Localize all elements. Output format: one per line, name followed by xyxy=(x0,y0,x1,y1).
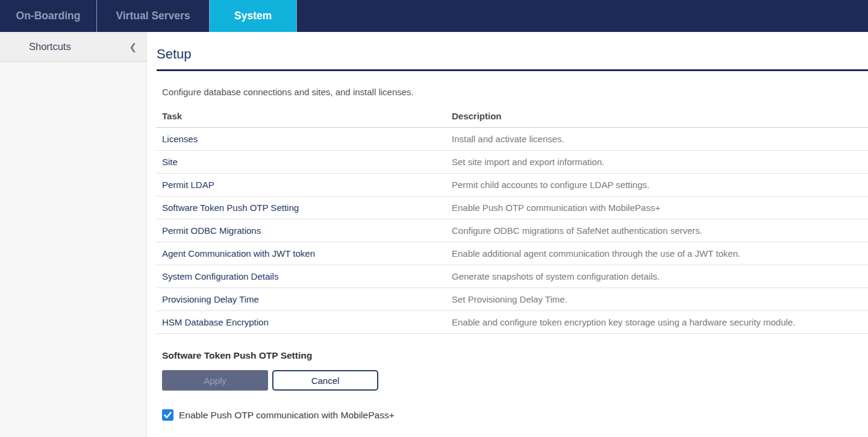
task-link-system-configuration-details[interactable]: System Configuration Details xyxy=(162,271,278,281)
table-row: HSM Database Encryption Enable and confi… xyxy=(157,311,868,334)
setup-task-table: Task Description Licenses Install and ac… xyxy=(157,104,868,334)
table-row: Licenses Install and activate licenses. xyxy=(157,128,868,151)
tab-on-boarding[interactable]: On-Boarding xyxy=(0,0,97,32)
push-otp-checkbox[interactable] xyxy=(162,409,173,421)
task-description: Permit child accounts to configure LDAP … xyxy=(446,174,868,196)
top-nav: On-Boarding Virtual Servers System xyxy=(0,0,868,32)
section-heading: Software Token Push OTP Setting xyxy=(162,350,868,361)
cancel-button[interactable]: Cancel xyxy=(272,370,378,391)
task-description: Enable Push OTP communication with Mobil… xyxy=(446,196,868,219)
column-header-description: Description xyxy=(446,104,868,128)
task-description: Enable and configure token encryption ke… xyxy=(446,311,868,334)
task-link-agent-communication-jwt[interactable]: Agent Communication with JWT token xyxy=(162,248,315,259)
task-description: Generate snapshots of system configurati… xyxy=(446,265,868,288)
button-row: Apply Cancel xyxy=(162,370,868,391)
push-otp-checkbox-row: Enable Push OTP communication with Mobil… xyxy=(162,409,868,421)
table-row: Provisioning Delay Time Set Provisioning… xyxy=(157,288,868,311)
tab-virtual-servers[interactable]: Virtual Servers xyxy=(97,0,210,32)
task-link-provisioning-delay-time[interactable]: Provisioning Delay Time xyxy=(162,294,259,304)
task-link-licenses[interactable]: Licenses xyxy=(162,134,198,144)
task-description: Install and activate licenses. xyxy=(446,128,868,151)
task-description: Configure ODBC migrations of SafeNet aut… xyxy=(446,219,868,242)
table-row: Site Set site import and export informat… xyxy=(157,151,868,174)
sidebar-title: Shortcuts xyxy=(29,41,71,52)
task-description: Set Provisioning Delay Time. xyxy=(446,288,868,311)
apply-button[interactable]: Apply xyxy=(162,370,268,391)
page-description: Configure database connections and sites… xyxy=(162,87,868,97)
tab-system[interactable]: System xyxy=(210,0,297,32)
check-icon xyxy=(164,411,172,419)
task-link-permit-ldap[interactable]: Permit LDAP xyxy=(162,180,214,190)
table-row: Permit ODBC Migrations Configure ODBC mi… xyxy=(157,219,868,242)
page-title: Setup xyxy=(157,46,868,71)
task-description: Set site import and export information. xyxy=(446,151,868,174)
sidebar-collapse-icon[interactable]: ❮ xyxy=(129,42,137,51)
task-link-permit-odbc-migrations[interactable]: Permit ODBC Migrations xyxy=(162,225,261,236)
table-header-row: Task Description xyxy=(157,104,868,128)
main-content: Setup Configure database connections and… xyxy=(147,32,868,437)
sidebar-header: Shortcuts ❮ xyxy=(0,32,146,62)
task-link-software-token-push-otp-setting[interactable]: Software Token Push OTP Setting xyxy=(162,203,299,213)
table-row: Permit LDAP Permit child accounts to con… xyxy=(157,174,868,196)
push-otp-checkbox-label[interactable]: Enable Push OTP communication with Mobil… xyxy=(179,410,395,421)
table-row: Software Token Push OTP Setting Enable P… xyxy=(157,196,868,219)
task-link-site[interactable]: Site xyxy=(162,157,178,167)
table-row: System Configuration Details Generate sn… xyxy=(157,265,868,288)
task-description: Enable additional agent communication th… xyxy=(446,242,868,265)
sidebar: Shortcuts ❮ xyxy=(0,32,147,437)
column-header-task: Task xyxy=(157,104,446,128)
task-link-hsm-database-encryption[interactable]: HSM Database Encryption xyxy=(162,317,269,327)
table-row: Agent Communication with JWT token Enabl… xyxy=(157,242,868,265)
